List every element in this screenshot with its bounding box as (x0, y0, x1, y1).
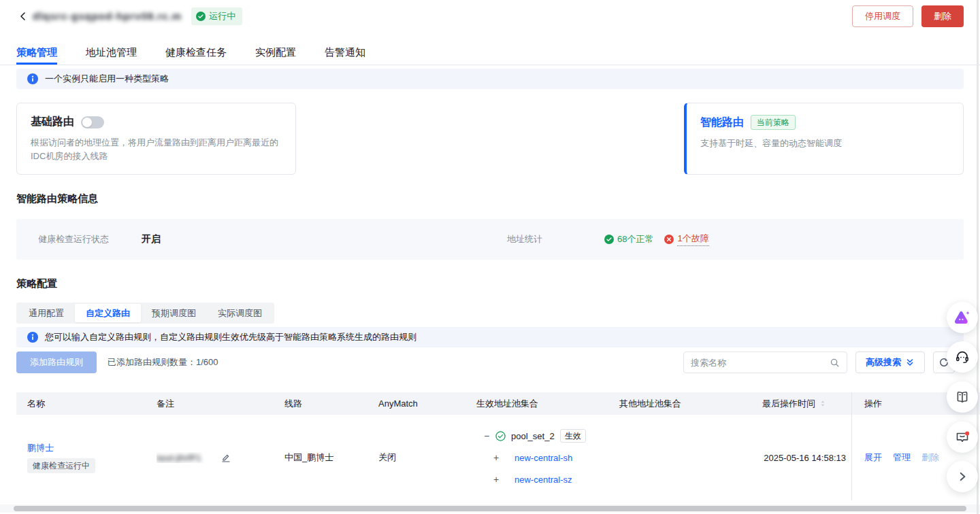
back-button[interactable] (16, 10, 30, 23)
info-icon (27, 332, 38, 343)
collapse-panel-button[interactable] (947, 461, 978, 492)
info-icon (27, 73, 38, 84)
horizontal-scrollbar-track (0, 504, 980, 513)
cell-line: 中国_鹏博士 (284, 451, 378, 464)
check-circle-icon (196, 12, 206, 21)
subtab-actual-schedule[interactable]: 实际调度图 (207, 304, 273, 322)
table-row: 鹏博士 健康检查运行中 tasd-jlhrfP1 中国_鹏博士 关闭 − poo… (16, 415, 980, 500)
address-stats-label: 地址统计 (507, 233, 604, 245)
col-header-effective-pools: 生效地址池集合 (472, 398, 617, 410)
col-header-line: 线路 (284, 398, 378, 410)
address-fault-text[interactable]: 1个故障 (677, 233, 708, 246)
rules-toolbar: 添加路由规则 已添加路由规则数量：1/600 高级搜索 (16, 352, 964, 373)
basic-route-description: 根据访问者的地理位置，将用户流量路由到距离用户距离最近的IDC机房的接入线路 (31, 136, 282, 163)
col-header-last-operated[interactable]: 最后操作时间 (750, 398, 851, 410)
smart-route-title: 智能路由 (700, 116, 744, 130)
check-circle-outline-icon (495, 431, 506, 441)
chevron-left-icon (18, 11, 29, 22)
pool-link[interactable]: new-central-sz (514, 475, 572, 485)
subtab-expected-schedule[interactable]: 预期调度图 (141, 304, 207, 322)
status-badge-label: 运行中 (209, 10, 235, 22)
col-header-name: 名称 (16, 398, 157, 410)
ai-assistant-icon (953, 309, 971, 326)
pool-set-line: − pool_set_2 生效 (472, 425, 617, 447)
health-check-running-badge: 健康检查运行中 (27, 458, 95, 473)
nav-tabbar: 策略管理 地址池管理 健康检查任务 实例配置 告警通知 (0, 41, 980, 65)
tab-health-check-tasks[interactable]: 健康检查任务 (165, 41, 227, 65)
basic-route-card[interactable]: 基础路由 根据访问者的地理位置，将用户流量路由到距离用户距离最近的IDC机房的接… (16, 103, 296, 175)
pool-link[interactable]: new-central-sh (514, 453, 572, 463)
policy-cards: 基础路由 根据访问者的地理位置，将用户流量路由到距离用户距离最近的IDC机房的接… (16, 103, 964, 175)
expand-toggle[interactable]: + (493, 474, 500, 485)
advanced-search-label: 高级搜索 (866, 356, 901, 369)
tab-policy-management[interactable]: 策略管理 (16, 41, 57, 65)
expand-action-link[interactable]: 展开 (864, 451, 882, 464)
double-chevron-down-icon (905, 358, 915, 367)
col-header-other-pools: 其他地址池集合 (617, 398, 750, 410)
rule-name-link[interactable]: 鹏博士 (27, 442, 54, 454)
tab-alert-notification[interactable]: 告警通知 (325, 41, 365, 65)
instance-name: dlqsrc-gsqpod-hprv08.rc.m (33, 10, 182, 22)
header-actions: 停用调度 删除 (852, 5, 964, 27)
tab-instance-config[interactable]: 实例配置 (255, 41, 296, 65)
policy-type-notice-text: 一个实例只能启用一种类型策略 (45, 73, 169, 85)
smart-route-description: 支持基于时延、容量的动态智能调度 (700, 137, 949, 150)
status-badge: 运行中 (191, 7, 242, 25)
subtab-general-config[interactable]: 通用配置 (18, 304, 75, 322)
health-check-status-label: 健康检查运行状态 (38, 233, 142, 245)
cell-last-operated: 2025-05-16 14:58:13 (750, 453, 851, 463)
policy-config-heading: 策略配置 (16, 277, 964, 290)
error-circle-icon (664, 235, 674, 244)
search-input[interactable] (691, 358, 830, 368)
delete-action-link: 删除 (921, 451, 939, 464)
edit-icon[interactable] (220, 452, 231, 463)
add-route-rule-button[interactable]: 添加路由规则 (16, 352, 97, 373)
smart-policy-info-panel: 健康检查运行状态 开启 地址统计 68个正常 1个故障 (16, 219, 964, 260)
docs-button[interactable] (947, 381, 978, 413)
page-header: dlqsrc-gsqpod-hprv08.rc.m 运行中 停用调度 删除 (0, 0, 980, 32)
smart-route-card[interactable]: 智能路由 当前策略 支持基于时延、容量的动态智能调度 (684, 103, 964, 175)
table-header-row: 名称 备注 线路 AnyMatch 生效地址池集合 其他地址池集合 最后操作时间… (16, 392, 980, 415)
sort-icon[interactable] (819, 399, 827, 408)
tab-address-pool-management[interactable]: 地址池管理 (86, 41, 137, 65)
search-box[interactable] (683, 352, 847, 373)
address-fault-stat[interactable]: 1个故障 (664, 233, 708, 246)
health-check-status-value: 开启 (142, 233, 161, 245)
cell-name: 鹏博士 健康检查运行中 (16, 442, 157, 473)
collapse-toggle[interactable]: − (483, 430, 490, 441)
cell-remark: tasd-jlhrfP1 (157, 452, 284, 463)
address-normal-text: 68个正常 (617, 233, 653, 245)
check-circle-icon (604, 235, 614, 244)
basic-route-toggle[interactable] (81, 116, 104, 128)
subtab-custom-route[interactable]: 自定义路由 (75, 304, 141, 322)
effective-badge: 生效 (560, 429, 586, 443)
cell-anymatch: 关闭 (378, 451, 472, 464)
address-normal-stat: 68个正常 (604, 233, 653, 245)
smart-policy-info-heading: 智能路由策略信息 (16, 192, 964, 205)
policy-type-notice: 一个实例只能启用一种类型策略 (16, 69, 964, 89)
book-icon (954, 389, 970, 405)
col-header-anymatch: AnyMatch (378, 398, 472, 409)
support-button[interactable] (947, 341, 978, 373)
pool-set-name: pool_set_2 (511, 431, 555, 441)
manage-action-link[interactable]: 管理 (893, 451, 911, 464)
ai-assistant-button[interactable] (947, 302, 978, 333)
feedback-icon (954, 429, 970, 445)
chevron-right-icon (956, 470, 968, 483)
pool-child-line: + new-central-sh (472, 447, 617, 468)
expand-toggle[interactable]: + (493, 452, 500, 463)
feedback-button[interactable] (947, 422, 978, 453)
disable-scheduling-button[interactable]: 停用调度 (852, 5, 913, 27)
custom-route-notice: 您可以输入自定义路由规则，自定义路由规则生效优先级高于智能路由策略系统生成的路由… (16, 327, 964, 347)
search-icon (830, 358, 840, 368)
basic-route-title: 基础路由 (31, 115, 74, 129)
delete-button[interactable]: 删除 (921, 5, 964, 27)
custom-route-notice-text: 您可以输入自定义路由规则，自定义路由规则生效优先级高于智能路由策略系统生成的路由… (45, 331, 416, 343)
horizontal-scrollbar-thumb[interactable] (14, 506, 966, 511)
pool-child-line: + new-central-sz (472, 468, 617, 490)
rule-count-text: 已添加路由规则数量：1/600 (108, 356, 218, 369)
route-rules-table: 名称 备注 线路 AnyMatch 生效地址池集合 其他地址池集合 最后操作时间… (16, 392, 980, 500)
advanced-search-button[interactable]: 高级搜索 (855, 352, 925, 373)
policy-config-tabs: 通用配置 自定义路由 预期调度图 实际调度图 (16, 303, 274, 324)
remark-text: tasd-jlhrfP1 (157, 453, 201, 463)
